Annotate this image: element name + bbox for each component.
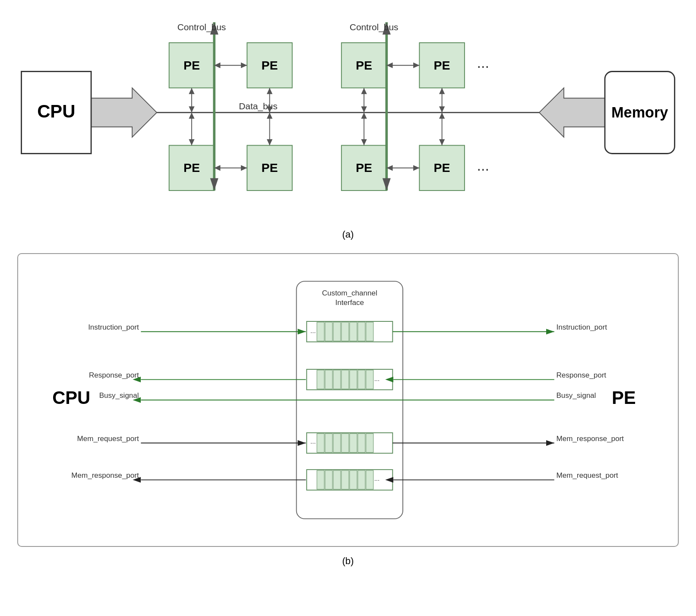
- caption-a: (a): [17, 229, 679, 240]
- svg-marker-50: [267, 112, 272, 118]
- svg-text:PE: PE: [434, 58, 450, 72]
- page-container: PE PE PE PE PE PE PE PE: [0, 0, 696, 593]
- svg-rect-101: [317, 434, 324, 453]
- svg-rect-85: [333, 322, 341, 341]
- svg-rect-110: [317, 470, 324, 489]
- svg-text:···: ···: [310, 328, 316, 336]
- pe-label-b: PE: [612, 387, 636, 408]
- svg-text:PE: PE: [261, 161, 278, 175]
- svg-rect-94: [333, 370, 341, 389]
- svg-rect-92: [317, 370, 324, 389]
- svg-rect-109: [307, 470, 392, 490]
- svg-marker-63: [413, 63, 419, 68]
- svg-marker-27: [210, 178, 218, 191]
- svg-text:PE: PE: [261, 58, 278, 72]
- svg-rect-100: [307, 433, 392, 453]
- cpu-label-a: CPU: [37, 101, 75, 121]
- diagram-b: CPU PE Custom_channel Interface ···: [17, 253, 679, 547]
- svg-marker-51: [267, 139, 272, 145]
- svg-rect-9: [169, 43, 215, 88]
- svg-rect-86: [342, 322, 349, 341]
- svg-marker-54: [361, 139, 367, 145]
- svg-text:PE: PE: [183, 161, 200, 175]
- svg-rect-89: [366, 322, 373, 341]
- svg-rect-23: [419, 146, 465, 191]
- svg-marker-47: [189, 112, 194, 118]
- svg-marker-41: [361, 88, 367, 94]
- svg-text:···: ···: [477, 161, 489, 177]
- svg-text:···: ···: [374, 476, 380, 483]
- svg-rect-112: [333, 470, 341, 489]
- svg-text:PE: PE: [434, 161, 450, 175]
- svg-text:Response_port: Response_port: [556, 371, 606, 379]
- memory-label: Memory: [611, 104, 668, 121]
- svg-rect-102: [325, 434, 332, 453]
- svg-marker-56: [439, 112, 445, 118]
- svg-marker-26: [210, 22, 218, 35]
- svg-marker-62: [386, 63, 392, 68]
- svg-text:Instruction_port: Instruction_port: [556, 323, 607, 331]
- caption-b: (b): [17, 556, 679, 567]
- svg-marker-29: [383, 22, 391, 35]
- svg-text:Mem_request_port: Mem_request_port: [77, 435, 139, 443]
- svg-marker-6: [91, 88, 157, 137]
- svg-rect-98: [366, 370, 373, 389]
- svg-text:PE: PE: [356, 58, 372, 72]
- svg-marker-66: [241, 165, 247, 171]
- svg-rect-79: [297, 281, 403, 519]
- svg-rect-107: [366, 434, 373, 453]
- svg-marker-36: [189, 106, 194, 112]
- svg-rect-82: [307, 321, 392, 342]
- svg-rect-103: [333, 434, 341, 453]
- svg-text:···: ···: [374, 376, 380, 384]
- svg-rect-97: [358, 370, 365, 389]
- svg-marker-45: [439, 106, 445, 112]
- svg-marker-44: [439, 88, 445, 94]
- svg-marker-53: [361, 112, 367, 118]
- svg-text:Mem_request_port: Mem_request_port: [556, 471, 618, 479]
- svg-rect-106: [358, 434, 365, 453]
- svg-text:Instruction_port: Instruction_port: [88, 323, 139, 331]
- svg-rect-84: [325, 322, 332, 341]
- svg-marker-30: [383, 178, 391, 191]
- svg-text:···: ···: [477, 58, 489, 74]
- svg-rect-116: [366, 470, 373, 489]
- svg-marker-48: [189, 139, 194, 145]
- svg-text:Busy_signal: Busy_signal: [99, 391, 139, 400]
- svg-marker-35: [189, 88, 194, 94]
- svg-rect-11: [247, 43, 292, 88]
- svg-rect-15: [419, 43, 465, 88]
- svg-rect-111: [325, 470, 332, 489]
- svg-text:Control_bus: Control_bus: [350, 22, 399, 32]
- svg-rect-113: [342, 470, 349, 489]
- svg-marker-57: [439, 139, 445, 145]
- svg-marker-38: [267, 88, 272, 94]
- svg-marker-7: [539, 88, 605, 137]
- svg-rect-74: [605, 71, 675, 153]
- svg-marker-60: [241, 63, 247, 68]
- svg-text:Busy_signal: Busy_signal: [556, 391, 596, 400]
- svg-marker-68: [386, 165, 392, 171]
- svg-text:PE: PE: [356, 161, 372, 175]
- svg-rect-91: [307, 369, 392, 390]
- svg-text:Control_bus: Control_bus: [177, 22, 226, 32]
- svg-rect-21: [342, 146, 387, 191]
- svg-text:Data_bus: Data_bus: [239, 101, 277, 111]
- svg-marker-65: [214, 165, 220, 171]
- svg-rect-96: [350, 370, 357, 389]
- svg-rect-104: [342, 434, 349, 453]
- svg-rect-87: [350, 322, 357, 341]
- svg-text:···: ···: [310, 439, 316, 446]
- svg-marker-39: [267, 106, 272, 112]
- svg-rect-115: [358, 470, 365, 489]
- diagram-a: PE PE PE PE PE PE PE PE: [17, 13, 679, 220]
- svg-text:Mem_response_port: Mem_response_port: [71, 471, 139, 479]
- svg-rect-105: [350, 434, 357, 453]
- svg-marker-42: [361, 106, 367, 112]
- svg-rect-19: [247, 146, 292, 191]
- svg-rect-17: [169, 146, 215, 191]
- cpu-label-b: CPU: [52, 387, 90, 408]
- svg-text:Mem_response_port: Mem_response_port: [556, 435, 624, 443]
- svg-rect-73: [22, 71, 92, 153]
- svg-rect-95: [342, 370, 349, 389]
